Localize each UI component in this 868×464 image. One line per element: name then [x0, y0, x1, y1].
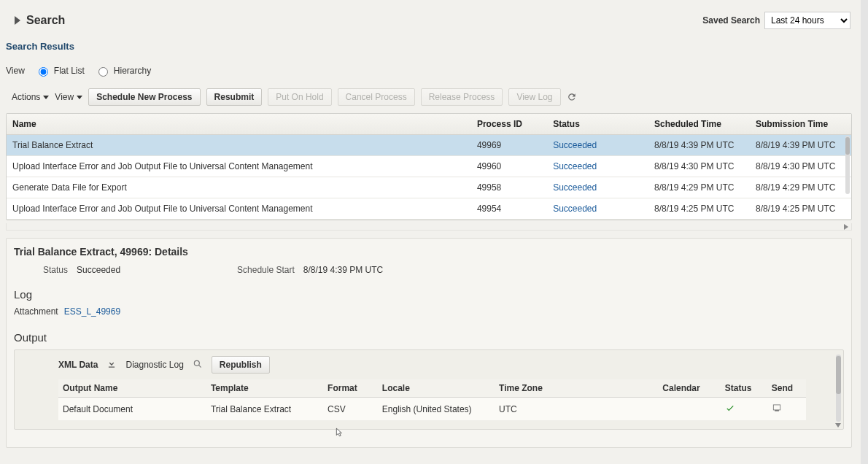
- schedule-new-process-button[interactable]: Schedule New Process: [88, 88, 200, 106]
- attachment-link[interactable]: ESS_L_49969: [64, 306, 120, 317]
- out-col-locale: Locale: [378, 379, 495, 398]
- status-link[interactable]: Succeeded: [553, 161, 597, 171]
- saved-search-select[interactable]: Last 24 hours: [764, 12, 850, 29]
- out-col-name: Output Name: [58, 379, 206, 398]
- cell-name: Trial Balance Extract: [7, 135, 471, 156]
- svg-rect-3: [775, 410, 779, 411]
- output-table: Output Name Template Format Locale Time …: [58, 379, 806, 420]
- cell-sched: 8/8/19 4:25 PM UTC: [648, 198, 750, 220]
- out-col-format: Format: [323, 379, 378, 398]
- view-log-button: View Log: [508, 88, 560, 106]
- output-panel: XML Data Diagnostic Log Republish Output…: [14, 349, 844, 430]
- output-scrollbar-vertical[interactable]: [836, 355, 841, 422]
- cell-sub: 8/8/19 4:25 PM UTC: [750, 198, 851, 220]
- svg-rect-2: [773, 405, 780, 410]
- out-col-status: Status: [721, 379, 767, 398]
- view-label: View: [6, 66, 25, 76]
- details-sched-label: Schedule Start: [237, 265, 295, 275]
- process-table: Name Process ID Status Scheduled Time Su…: [6, 113, 852, 220]
- details-title: Trial Balance Extract, 49969: Details: [14, 246, 844, 258]
- cell-sched: 8/8/19 4:29 PM UTC: [648, 177, 750, 198]
- saved-search-label: Saved Search: [702, 15, 760, 26]
- out-col-send: Send: [767, 379, 806, 398]
- cell-status[interactable]: Succeeded: [547, 177, 648, 198]
- table-scrollbar-horizontal[interactable]: [6, 223, 852, 231]
- cell-status[interactable]: Succeeded: [547, 156, 648, 177]
- republish-button[interactable]: Republish: [212, 356, 270, 374]
- cell-name: Upload Interface Error and Job Output Fi…: [7, 156, 471, 177]
- out-name: Default Document: [58, 398, 206, 421]
- chevron-down-icon: [43, 96, 49, 99]
- col-submission[interactable]: Submission Time: [750, 114, 851, 135]
- output-heading: Output: [14, 318, 844, 345]
- out-template: Trial Balance Extract: [206, 398, 323, 421]
- out-col-tz: Time Zone: [495, 379, 658, 398]
- details-panel: Trial Balance Extract, 49969: Details St…: [6, 238, 852, 448]
- view-switch-row: View Flat List Hierarchy: [4, 55, 853, 87]
- scroll-down-icon[interactable]: [835, 423, 841, 428]
- details-sched-value: 8/8/19 4:39 PM UTC: [303, 265, 383, 275]
- cell-pid: 49958: [471, 177, 547, 198]
- collapse-arrow-icon[interactable]: [15, 16, 20, 25]
- resubmit-button[interactable]: Resubmit: [206, 88, 263, 106]
- attachment-label: Attachment: [14, 306, 58, 317]
- status-link[interactable]: Succeeded: [553, 140, 597, 150]
- out-format: CSV: [323, 398, 378, 421]
- cell-name: Upload Interface Error and Job Output Fi…: [7, 198, 471, 220]
- cell-sched: 8/8/19 4:30 PM UTC: [648, 156, 750, 177]
- cell-name: Generate Data File for Export: [7, 177, 471, 198]
- table-row[interactable]: Trial Balance Extract49969Succeeded8/8/1…: [7, 135, 851, 156]
- status-link[interactable]: Succeeded: [553, 204, 597, 214]
- table-row[interactable]: Upload Interface Error and Job Output Fi…: [7, 198, 851, 220]
- hierarchy-radio-input[interactable]: [98, 67, 108, 77]
- put-on-hold-button: Put On Hold: [268, 88, 331, 106]
- cancel-process-button: Cancel Process: [338, 88, 415, 106]
- cell-sub: 8/8/19 4:30 PM UTC: [750, 156, 851, 177]
- hierarchy-radio[interactable]: Hierarchy: [95, 65, 151, 77]
- out-locale: English (United States): [378, 398, 495, 421]
- details-status-value: Succeeded: [77, 265, 120, 275]
- actions-menu[interactable]: Actions: [12, 92, 49, 102]
- out-calendar: [658, 398, 720, 421]
- cell-pid: 49954: [471, 198, 547, 220]
- cell-status[interactable]: Succeeded: [547, 198, 648, 220]
- search-results-heading: Search Results: [4, 36, 853, 55]
- status-link[interactable]: Succeeded: [553, 182, 597, 193]
- out-status-icon: [721, 398, 767, 421]
- xml-data-label: XML Data: [58, 360, 98, 370]
- cell-status[interactable]: Succeeded: [547, 135, 648, 156]
- details-status-label: Status: [43, 265, 68, 275]
- output-row[interactable]: Default Document Trial Balance Extract C…: [58, 398, 806, 421]
- search-header: Search Saved Search Last 24 hours: [4, 4, 853, 36]
- table-toolbar: Actions View Schedule New Process Resubm…: [4, 87, 853, 113]
- cell-sched: 8/8/19 4:39 PM UTC: [648, 135, 750, 156]
- table-row[interactable]: Generate Data File for Export49958Succee…: [7, 177, 851, 198]
- scroll-right-icon[interactable]: [844, 224, 848, 230]
- col-scheduled[interactable]: Scheduled Time: [648, 114, 750, 135]
- out-col-template: Template: [206, 379, 323, 398]
- cell-pid: 49960: [471, 156, 547, 177]
- diagnostic-icon[interactable]: [193, 359, 203, 371]
- col-name[interactable]: Name: [7, 114, 471, 135]
- diagnostic-log-label: Diagnostic Log: [125, 360, 183, 370]
- cell-pid: 49969: [471, 135, 547, 156]
- table-scrollbar-vertical[interactable]: [845, 136, 850, 194]
- table-row[interactable]: Upload Interface Error and Job Output Fi…: [7, 156, 851, 177]
- table-header-row: Name Process ID Status Scheduled Time Su…: [7, 114, 851, 135]
- cell-sub: 8/8/19 4:39 PM UTC: [750, 135, 851, 156]
- refresh-icon[interactable]: [567, 92, 577, 102]
- flat-list-radio[interactable]: Flat List: [35, 65, 85, 77]
- svg-line-1: [198, 365, 201, 368]
- log-heading: Log: [14, 275, 844, 302]
- cell-sub: 8/8/19 4:29 PM UTC: [750, 177, 851, 198]
- flat-list-radio-input[interactable]: [39, 67, 48, 77]
- view-menu[interactable]: View: [55, 92, 82, 102]
- search-title: Search: [26, 14, 65, 27]
- col-process-id[interactable]: Process ID: [471, 114, 547, 135]
- out-col-calendar: Calendar: [658, 379, 720, 398]
- download-icon[interactable]: [106, 359, 117, 371]
- col-status[interactable]: Status: [547, 114, 648, 135]
- release-process-button: Release Process: [421, 88, 503, 106]
- out-send-icon[interactable]: [767, 398, 806, 421]
- chevron-down-icon: [77, 96, 82, 99]
